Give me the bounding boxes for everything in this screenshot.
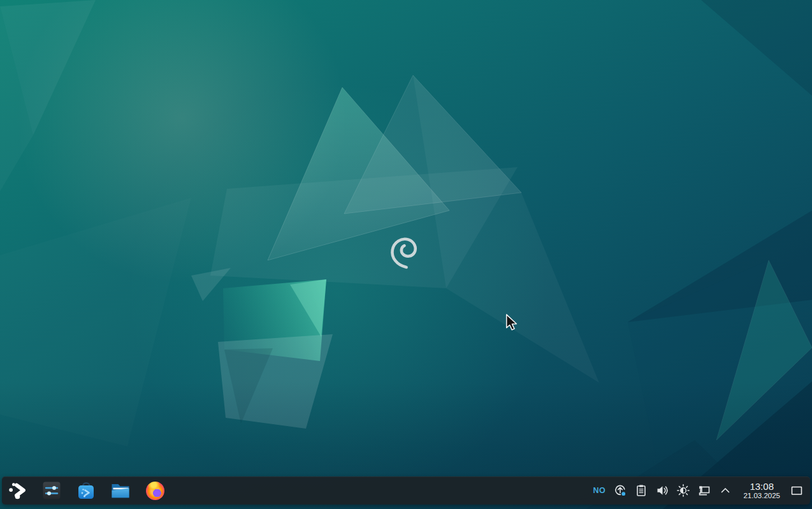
- wired-network-icon: [697, 483, 711, 498]
- system-settings-icon: [42, 481, 61, 500]
- mouse-cursor: [505, 314, 519, 330]
- app-launcher-button[interactable]: [7, 480, 27, 501]
- keyboard-layout-label: NO: [593, 486, 606, 495]
- expand-tray-chevron-icon: [718, 483, 732, 498]
- firefox-icon: [146, 482, 164, 500]
- volume-tray-button[interactable]: [655, 483, 669, 498]
- clipboard-icon: [634, 483, 648, 498]
- system-settings-button[interactable]: [41, 480, 62, 501]
- night-color-icon: [676, 483, 690, 498]
- desktop[interactable]: [0, 0, 812, 509]
- file-manager-icon: [110, 482, 131, 499]
- file-manager-button[interactable]: [110, 480, 131, 501]
- keyboard-layout-indicator[interactable]: NO: [592, 486, 606, 495]
- clipboard-tray-button[interactable]: [634, 483, 648, 498]
- discover-icon: [76, 480, 96, 501]
- show-desktop-button[interactable]: [790, 483, 804, 498]
- taskbar-panel: NO: [2, 476, 810, 505]
- app-launcher-icon: [8, 481, 27, 500]
- clock-date: 21.03.2025: [743, 492, 780, 499]
- taskbar-launchers: [7, 480, 165, 501]
- show-desktop-icon: [790, 483, 804, 498]
- clock-time: 13:08: [743, 482, 780, 492]
- volume-icon: [655, 483, 669, 498]
- firefox-button[interactable]: [145, 480, 165, 501]
- digital-clock[interactable]: 13:08 21.03.2025: [743, 482, 780, 500]
- software-updates-icon: [613, 483, 627, 498]
- software-updates-tray-button[interactable]: [613, 483, 627, 498]
- wired-network-tray-button[interactable]: [697, 483, 711, 498]
- system-tray: NO: [592, 482, 804, 500]
- night-color-tray-button[interactable]: [676, 483, 690, 498]
- expand-tray-button[interactable]: [718, 483, 732, 498]
- debian-swirl-logo: [389, 235, 421, 270]
- discover-button[interactable]: [76, 480, 96, 501]
